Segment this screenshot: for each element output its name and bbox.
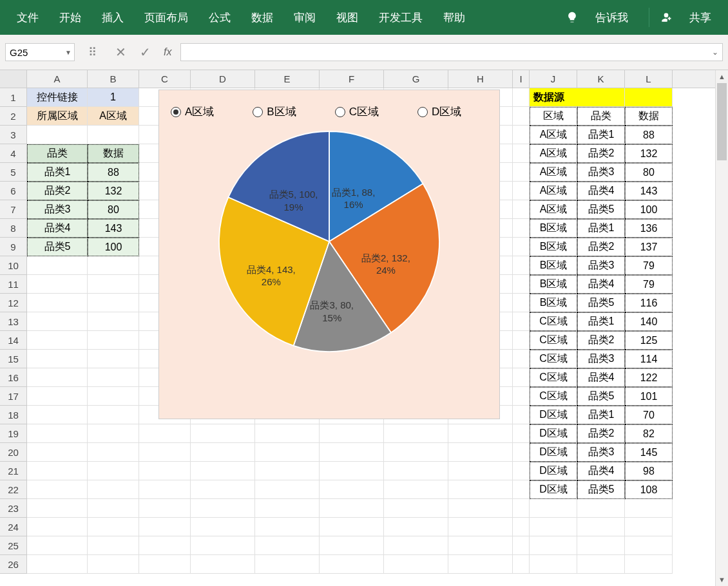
cell-A1[interactable]: 控件链接 xyxy=(27,88,88,107)
ribbon-tab-页面布局[interactable]: 页面布局 xyxy=(134,5,198,30)
cell-K23[interactable] xyxy=(577,499,625,518)
cell-I24[interactable] xyxy=(513,518,530,536)
cell-E24[interactable] xyxy=(255,518,320,536)
cell-B13[interactable] xyxy=(88,312,139,331)
cell-J2[interactable]: 区域 xyxy=(530,107,577,126)
row-header-25[interactable]: 25 xyxy=(0,536,26,555)
cell-J10[interactable]: B区域 xyxy=(530,256,577,275)
cell-J13[interactable]: C区域 xyxy=(530,312,577,331)
radio-A区域[interactable]: A区域 xyxy=(171,104,214,119)
cell-E23[interactable] xyxy=(255,499,320,518)
radio-C区域[interactable]: C区域 xyxy=(335,104,379,119)
cell-I9[interactable] xyxy=(513,238,530,256)
cell-G23[interactable] xyxy=(384,499,448,518)
cell-B19[interactable] xyxy=(88,424,139,443)
cell-E20[interactable] xyxy=(255,443,320,462)
cell-B26[interactable] xyxy=(88,555,139,574)
row-header-23[interactable]: 23 xyxy=(0,499,26,518)
col-header-G[interactable]: G xyxy=(384,70,448,88)
cell-F23[interactable] xyxy=(320,499,384,518)
cell-B16[interactable] xyxy=(88,368,139,387)
cell-K3[interactable]: 品类1 xyxy=(577,126,625,144)
cell-D20[interactable] xyxy=(191,443,255,462)
cell-J4[interactable]: A区域 xyxy=(530,144,577,163)
accept-formula-icon[interactable]: ✓ xyxy=(135,44,155,60)
cell-F26[interactable] xyxy=(320,555,384,574)
cell-K5[interactable]: 品类3 xyxy=(577,163,625,182)
cell-G21[interactable] xyxy=(384,462,448,480)
row-header-8[interactable]: 8 xyxy=(0,219,26,238)
cell-A22[interactable] xyxy=(27,480,88,499)
col-header-B[interactable]: B xyxy=(88,70,139,88)
cell-K2[interactable]: 品类 xyxy=(577,107,625,126)
cell-A7[interactable]: 品类3 xyxy=(27,200,88,219)
cell-A8[interactable]: 品类4 xyxy=(27,219,88,238)
cell-J16[interactable]: C区域 xyxy=(530,368,577,387)
cell-K19[interactable]: 品类2 xyxy=(577,424,625,443)
cell-I23[interactable] xyxy=(513,499,530,518)
chart-object[interactable]: A区域B区域C区域D区域 品类1, 88,16%品类2, 132,24%品类3,… xyxy=(158,90,500,419)
cell-K12[interactable]: 品类5 xyxy=(577,294,625,312)
ribbon-tab-公式[interactable]: 公式 xyxy=(198,5,241,30)
cell-L20[interactable]: 145 xyxy=(625,443,673,462)
cell-K15[interactable]: 品类3 xyxy=(577,350,625,368)
scroll-thumb[interactable] xyxy=(717,83,727,160)
cell-F19[interactable] xyxy=(320,424,384,443)
ribbon-tab-开始[interactable]: 开始 xyxy=(49,5,91,30)
cell-K10[interactable]: 品类3 xyxy=(577,256,625,275)
cell-L26[interactable] xyxy=(625,555,673,574)
cell-J11[interactable]: B区域 xyxy=(530,275,577,294)
cell-D19[interactable] xyxy=(191,424,255,443)
cell-K26[interactable] xyxy=(577,555,625,574)
cell-D26[interactable] xyxy=(191,555,255,574)
cell-B20[interactable] xyxy=(88,443,139,462)
cell-L10[interactable]: 79 xyxy=(625,256,673,275)
cell-B5[interactable]: 88 xyxy=(88,163,139,182)
cell-E26[interactable] xyxy=(255,555,320,574)
cell-H22[interactable] xyxy=(448,480,513,499)
row-header-3[interactable]: 3 xyxy=(0,126,26,144)
cell-F24[interactable] xyxy=(320,518,384,536)
cell-I15[interactable] xyxy=(513,350,530,368)
cell-A13[interactable] xyxy=(27,312,88,331)
cell-A9[interactable]: 品类5 xyxy=(27,238,88,256)
cell-C20[interactable] xyxy=(139,443,191,462)
cell-K11[interactable]: 品类4 xyxy=(577,275,625,294)
worksheet[interactable]: ABCDEFGHIJKL 123456789101112131415161718… xyxy=(0,70,715,586)
chevron-down-icon[interactable]: ▼ xyxy=(65,49,72,56)
cell-I8[interactable] xyxy=(513,219,530,238)
row-header-9[interactable]: 9 xyxy=(0,238,26,256)
vertical-scrollbar[interactable]: ▲ ▼ xyxy=(715,70,728,586)
row-header-14[interactable]: 14 xyxy=(0,331,26,350)
cell-L8[interactable]: 136 xyxy=(625,219,673,238)
cell-A5[interactable]: 品类1 xyxy=(27,163,88,182)
cell-B23[interactable] xyxy=(88,499,139,518)
cell-C26[interactable] xyxy=(139,555,191,574)
cell-I20[interactable] xyxy=(513,443,530,462)
cell-B7[interactable]: 80 xyxy=(88,200,139,219)
row-header-15[interactable]: 15 xyxy=(0,350,26,368)
row-header-18[interactable]: 18 xyxy=(0,406,26,424)
cancel-formula-icon[interactable]: ✕ xyxy=(111,44,130,60)
col-header-D[interactable]: D xyxy=(191,70,255,88)
cell-I12[interactable] xyxy=(513,294,530,312)
cell-H19[interactable] xyxy=(448,424,513,443)
cell-H24[interactable] xyxy=(448,518,513,536)
select-all-corner[interactable] xyxy=(0,70,27,88)
cell-I14[interactable] xyxy=(513,331,530,350)
radio-D区域[interactable]: D区域 xyxy=(417,104,461,119)
col-header-E[interactable]: E xyxy=(255,70,320,88)
cell-J8[interactable]: B区域 xyxy=(530,219,577,238)
scroll-track[interactable] xyxy=(716,83,728,573)
row-header-11[interactable]: 11 xyxy=(0,275,26,294)
cell-J23[interactable] xyxy=(530,499,577,518)
cell-I6[interactable] xyxy=(513,182,530,200)
cell-J19[interactable]: D区域 xyxy=(530,424,577,443)
expand-formula-icon[interactable]: ⌄ xyxy=(712,48,718,57)
cell-B15[interactable] xyxy=(88,350,139,368)
cell-L1[interactable] xyxy=(625,88,673,107)
cell-E25[interactable] xyxy=(255,536,320,555)
share-icon[interactable] xyxy=(660,11,673,24)
cell-I10[interactable] xyxy=(513,256,530,275)
cell-B1[interactable]: 1 xyxy=(88,88,139,107)
